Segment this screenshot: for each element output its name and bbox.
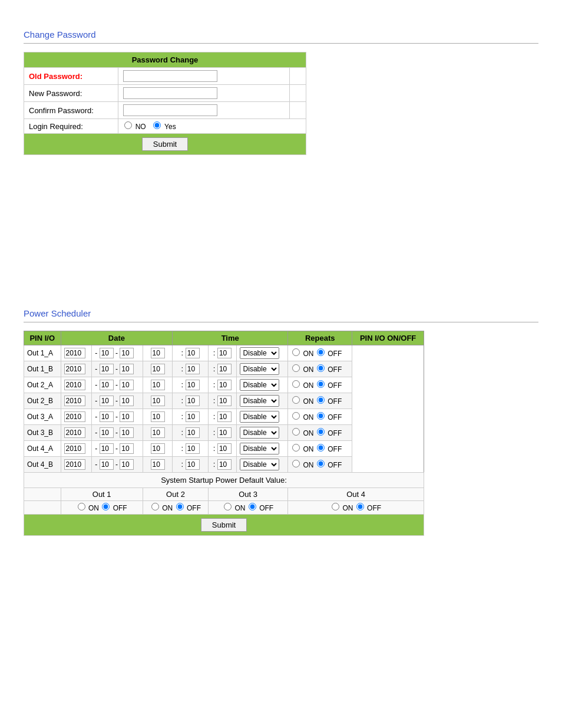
repeats-select[interactable]: DisableDailyWeeklyMonthly [240,459,279,470]
out2-on-radio[interactable] [151,503,159,510]
day-input[interactable] [120,364,134,374]
sec-input[interactable] [217,348,232,358]
out4-on-label: ON [342,504,353,512]
out1-off-radio[interactable] [102,503,110,510]
pin-off-radio[interactable] [317,364,325,372]
pin-on-radio[interactable] [292,364,300,372]
min-input[interactable] [186,396,200,406]
day-input[interactable] [120,348,134,358]
min-input[interactable] [186,411,200,422]
year-input[interactable] [64,364,85,374]
sec-input[interactable] [217,396,232,406]
min-cell: : [173,377,209,393]
hour-input[interactable] [151,364,165,374]
year-input[interactable] [64,348,85,358]
sec-cell: : [209,361,236,377]
repeats-select[interactable]: DisableDailyWeeklyMonthly [240,427,279,439]
min-input[interactable] [186,364,200,374]
pin-on-radio[interactable] [292,444,300,452]
hour-input[interactable] [151,411,165,422]
repeats-select[interactable]: DisableDailyWeeklyMonthly [240,443,279,454]
month-input[interactable] [100,443,114,454]
month-input[interactable] [100,348,114,358]
scheduler-submit-button[interactable]: Submit [201,518,247,532]
month-input[interactable] [100,411,114,422]
pin-on-radio[interactable] [292,380,300,388]
year-input[interactable] [64,411,85,422]
pin-label: Out 1_A [24,345,61,361]
repeats-select[interactable]: DisableDailyWeeklyMonthly [240,363,279,375]
pin-off-radio[interactable] [317,412,325,420]
year-input[interactable] [64,380,85,390]
min-input[interactable] [186,443,200,454]
hour-input[interactable] [151,459,165,470]
pin-on-radio[interactable] [292,396,300,404]
out3-on-radio[interactable] [224,503,232,510]
min-input[interactable] [186,348,200,358]
year-input[interactable] [64,459,85,470]
month-input[interactable] [100,396,114,406]
pin-off-radio[interactable] [317,460,325,467]
login-required-no-radio[interactable] [124,121,132,129]
old-password-input[interactable] [123,70,217,82]
login-required-yes-radio[interactable] [153,121,161,129]
year-input[interactable] [64,396,85,406]
month-input[interactable] [100,380,114,390]
hour-input[interactable] [151,396,165,406]
pin-off-radio[interactable] [317,396,325,404]
repeats-select[interactable]: DisableDailyWeeklyMonthly [240,347,279,359]
out2-off-radio[interactable] [176,503,184,510]
password-submit-button[interactable]: Submit [142,137,188,151]
old-password-spacer [290,68,306,85]
pin-off-radio[interactable] [317,348,325,356]
min-input[interactable] [186,459,200,470]
month-day-cell: - - [92,457,143,473]
hour-input[interactable] [151,427,165,438]
pin-on-radio[interactable] [292,428,300,436]
min-input[interactable] [186,427,200,438]
password-table-header: Password Change [24,52,306,68]
out3-off-radio[interactable] [249,503,256,510]
min-input[interactable] [186,380,200,390]
off-label: OFF [328,381,342,390]
month-input[interactable] [100,364,114,374]
year-input[interactable] [64,427,85,438]
year-cell [61,393,92,409]
month-input[interactable] [100,427,114,438]
hour-input[interactable] [151,443,165,454]
login-required-label: Login Required: [24,119,118,134]
pin-off-radio[interactable] [317,444,325,452]
off-label: OFF [328,413,342,421]
year-input[interactable] [64,443,85,454]
sec-input[interactable] [217,411,232,422]
day-input[interactable] [120,427,134,438]
day-input[interactable] [120,380,134,390]
day-input[interactable] [120,396,134,406]
day-input[interactable] [120,459,134,470]
day-input[interactable] [120,411,134,422]
pin-off-radio[interactable] [317,380,325,388]
sec-input[interactable] [217,380,232,390]
out1-on-radio[interactable] [78,503,85,510]
hour-cell [143,345,172,361]
hour-input[interactable] [151,380,165,390]
day-input[interactable] [120,443,134,454]
sec-input[interactable] [217,364,232,374]
pin-on-radio[interactable] [292,460,300,467]
sec-input[interactable] [217,427,232,438]
repeats-cell: DisableDailyWeeklyMonthly [236,425,288,441]
hour-input[interactable] [151,348,165,358]
month-input[interactable] [100,459,114,470]
sec-input[interactable] [217,459,232,470]
pin-on-radio[interactable] [292,348,300,356]
pin-off-radio[interactable] [317,428,325,436]
repeats-select[interactable]: DisableDailyWeeklyMonthly [240,379,279,391]
repeats-select[interactable]: DisableDailyWeeklyMonthly [240,411,279,423]
out4-on-radio[interactable] [332,503,339,510]
out4-off-radio[interactable] [356,503,364,510]
new-password-input[interactable] [123,87,217,99]
repeats-select[interactable]: DisableDailyWeeklyMonthly [240,395,279,407]
pin-on-radio[interactable] [292,412,300,420]
sec-input[interactable] [217,443,232,454]
confirm-password-input[interactable] [123,104,217,116]
